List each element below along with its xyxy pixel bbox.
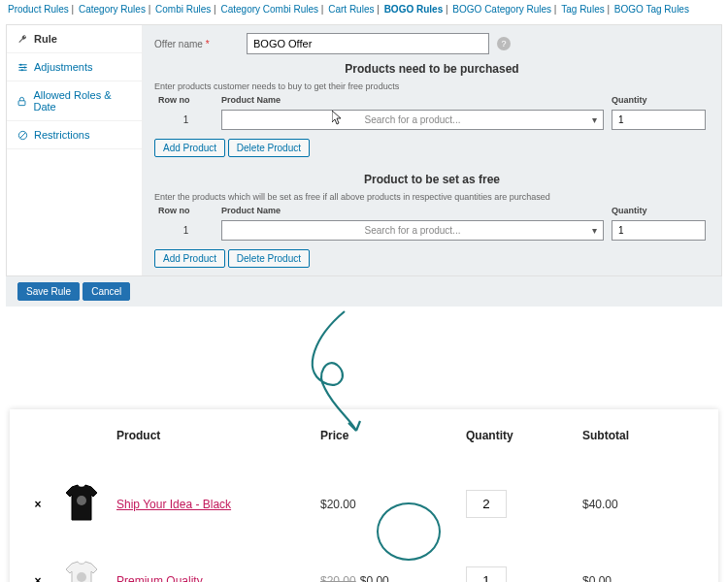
col-qty: Quantity: [608, 93, 710, 107]
cart-col-subtotal: Subtotal: [577, 419, 705, 466]
wrench-icon: [17, 34, 28, 45]
free-section-title: Product to be set as free: [154, 173, 710, 186]
cancel-button[interactable]: Cancel: [83, 282, 130, 301]
pipe-separator: |: [69, 4, 77, 15]
svg-point-1: [23, 66, 25, 68]
rowno-value: 1: [154, 217, 217, 243]
sidebar-item-label: Restrictions: [34, 129, 89, 141]
delete-product-button[interactable]: Delete Product: [228, 139, 310, 157]
col-qty: Quantity: [608, 204, 710, 217]
svg-point-6: [77, 496, 86, 505]
cart-col-product: Product: [111, 419, 314, 466]
purchase-section-title: Products need to be purchased: [154, 62, 710, 76]
remove-item-button[interactable]: ×: [23, 542, 52, 582]
ban-icon: [17, 130, 28, 141]
cart-col-qty: Quantity: [460, 419, 577, 466]
cart-row: ×Ship Your Idea - Black$20.00$40.00: [23, 466, 705, 542]
rule-main: Offer name * ? Products need to be purch…: [143, 25, 721, 275]
offer-name-input[interactable]: [247, 33, 489, 54]
cart-qty-input[interactable]: [466, 490, 507, 518]
rowno-value: 1: [154, 107, 217, 133]
nav-bogo-tag-rules[interactable]: BOGO Tag Rules: [614, 4, 689, 15]
free-hint: Enter the products which will be set as …: [154, 192, 710, 202]
free-product-select[interactable]: Search for a product... ▾: [221, 220, 604, 241]
sliders-icon: [17, 62, 28, 73]
pipe-separator: |: [318, 4, 326, 15]
help-icon[interactable]: ?: [497, 37, 511, 50]
subtotal-cell: $0.00: [577, 542, 705, 582]
purchase-row: 1 Search for a product... ▾: [154, 107, 710, 133]
subtotal-cell: $40.00: [577, 466, 705, 542]
rules-nav: Product Rules | Category Rules | Combi R…: [0, 0, 728, 18]
cart-qty-input[interactable]: [466, 566, 507, 582]
price-cell: $20.00$0.00: [314, 542, 460, 582]
col-rowno: Row no: [154, 204, 217, 217]
purchase-product-select[interactable]: Search for a product... ▾: [221, 110, 604, 130]
nav-bogo-category-rules[interactable]: BOGO Category Rules: [452, 4, 551, 15]
col-rowno: Row no: [154, 93, 217, 107]
svg-rect-3: [18, 100, 25, 105]
sidebar-item-label: Rule: [34, 33, 57, 45]
chevron-down-icon: ▾: [592, 114, 597, 125]
product-thumbnail: [58, 556, 105, 582]
nav-cart-rules[interactable]: Cart Rules: [328, 4, 374, 15]
free-row: 1 Search for a product... ▾: [154, 217, 710, 243]
pipe-separator: |: [443, 4, 450, 15]
svg-line-5: [19, 132, 25, 138]
offer-name-label: Offer name *: [154, 39, 247, 49]
chevron-down-icon: ▾: [592, 225, 597, 236]
pipe-separator: |: [146, 4, 153, 15]
nav-bogo-rules[interactable]: BOGO Rules: [384, 4, 444, 15]
nav-category-combi-rules[interactable]: Category Combi Rules: [220, 4, 318, 15]
sidebar-item-rule[interactable]: Rule: [7, 25, 142, 53]
panel-footer: Save Rule Cancel: [6, 276, 722, 307]
free-qty-input[interactable]: [612, 220, 706, 241]
col-product: Product Name: [217, 204, 608, 217]
sidebar-item-label: Allowed Roles & Date: [33, 89, 132, 113]
add-free-product-button[interactable]: Add Product: [154, 249, 225, 268]
sidebar-item-adjustments[interactable]: Adjustments: [7, 53, 142, 81]
save-rule-button[interactable]: Save Rule: [17, 282, 80, 301]
pipe-separator: |: [605, 4, 612, 15]
cart-preview: Product Price Quantity Subtotal ×Ship Yo…: [10, 409, 718, 582]
add-product-button[interactable]: Add Product: [154, 139, 225, 157]
remove-item-button[interactable]: ×: [23, 466, 52, 542]
pipe-separator: |: [374, 4, 381, 15]
svg-point-7: [77, 572, 86, 582]
purchase-qty-input[interactable]: [612, 110, 706, 130]
product-link[interactable]: Premium Quality: [116, 574, 203, 583]
nav-tag-rules[interactable]: Tag Rules: [561, 4, 604, 15]
svg-point-0: [19, 63, 21, 65]
cart-table: Product Price Quantity Subtotal ×Ship Yo…: [23, 419, 705, 582]
sidebar-item-restrictions[interactable]: Restrictions: [7, 121, 142, 149]
product-thumbnail: [58, 479, 105, 526]
col-product: Product Name: [217, 93, 608, 107]
cart-col-price: Price: [314, 419, 460, 466]
cart-row: ×Premium Quality$20.00$0.00$0.00: [23, 542, 705, 582]
sidebar-item-label: Adjustments: [34, 61, 93, 73]
pipe-separator: |: [211, 4, 218, 15]
rule-panel: RuleAdjustmentsAllowed Roles & DateRestr…: [6, 24, 722, 276]
svg-point-2: [20, 69, 22, 71]
delete-free-product-button[interactable]: Delete Product: [228, 249, 310, 268]
product-link[interactable]: Ship Your Idea - Black: [116, 498, 231, 511]
price-cell: $20.00: [314, 466, 460, 542]
free-table: Row no Product Name Quantity 1 Search fo…: [154, 204, 710, 243]
nav-category-rules[interactable]: Category Rules: [79, 4, 146, 15]
nav-product-rules[interactable]: Product Rules: [8, 4, 69, 15]
sidebar-item-allowed-roles-date[interactable]: Allowed Roles & Date: [7, 81, 142, 121]
pipe-separator: |: [551, 4, 559, 15]
purchase-table: Row no Product Name Quantity 1 Search fo…: [154, 93, 710, 133]
lock-icon: [17, 96, 27, 107]
annotation-arrow: [39, 312, 689, 390]
rule-sidebar: RuleAdjustmentsAllowed Roles & DateRestr…: [7, 25, 143, 275]
purchase-hint: Enter products customer needs to buy to …: [154, 81, 710, 91]
nav-combi-rules[interactable]: Combi Rules: [155, 4, 211, 15]
